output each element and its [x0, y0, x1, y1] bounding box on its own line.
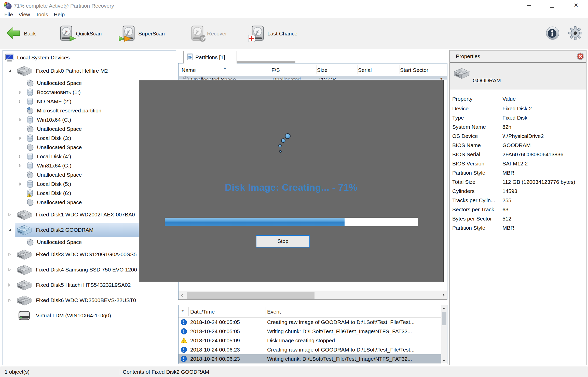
property-row: DeviceFixed Disk 2 [450, 104, 586, 113]
minimize-button[interactable] [520, 0, 538, 11]
scroll-down-arrow-icon[interactable] [441, 357, 447, 363]
property-row: TypeFixed Disk [450, 113, 586, 122]
tree-expanded-icon[interactable] [7, 69, 12, 73]
property-row: Bytes per Sector512 [450, 214, 586, 223]
column-header-property[interactable]: Property [450, 94, 500, 104]
tree-item-label: Microsoft reserved partition [37, 108, 101, 114]
event-log-row[interactable]: 2018-10-24 00:05:05Writing chunk: D:\LSo… [179, 327, 442, 336]
column-header-value[interactable]: Value [500, 94, 516, 104]
recover-button[interactable]: Recover [190, 18, 227, 49]
column-header-size[interactable]: Size [317, 63, 327, 76]
quickscan-button[interactable]: QuickScan [59, 18, 102, 49]
tree-collapsed-icon[interactable] [7, 252, 12, 256]
tree-collapsed-icon[interactable] [7, 298, 12, 302]
cylinder-icon [26, 180, 34, 188]
column-header-event[interactable]: Event [267, 305, 281, 317]
tree-item-label: Local Disk (3:) [37, 135, 71, 141]
quickscan-disk-icon [59, 25, 73, 42]
properties-table: Property Value DeviceFixed Disk 2TypeFix… [450, 90, 586, 232]
last-chance-button[interactable]: Last Chance [251, 18, 297, 49]
vertical-scrollbar[interactable] [441, 305, 447, 363]
scroll-left-arrow-icon[interactable] [179, 291, 186, 300]
stop-button[interactable]: Stop [256, 235, 310, 248]
event-log-row[interactable]: 2018-10-24 00:06:23Creating raw image of… [179, 345, 442, 354]
event-log-row[interactable]: 2018-10-24 00:06:23Writing chunk: D:\LSo… [179, 354, 442, 363]
tree-expanded-icon[interactable] [7, 228, 12, 232]
settings-gear-icon [568, 26, 582, 41]
toolbar-button-label: Back [24, 18, 36, 49]
tree-collapsed-icon[interactable] [18, 164, 23, 168]
tree-item-label: Fixed Disk4 Samsung SSD 750 EVO 1200 [36, 267, 137, 273]
scroll-up-arrow-icon[interactable] [441, 305, 447, 311]
horizontal-scrollbar-thumb[interactable] [187, 292, 314, 299]
settings-button[interactable] [568, 18, 582, 49]
event-log-row[interactable]: 2018-10-24 00:05:09Disk Image creating s… [179, 336, 442, 345]
properties-header: Properties [450, 50, 586, 63]
spinner-dot-icon [279, 150, 282, 153]
status-object-count: 1 object(s) [5, 367, 30, 377]
tree-item[interactable]: Local System Devices [3, 52, 176, 63]
column-header-f-s[interactable]: F/S [271, 63, 280, 76]
back-button[interactable]: Back [6, 18, 36, 49]
property-name: BIOS Version [450, 161, 500, 167]
app-window: 71% complete Active@ Partition Recovery … [0, 0, 588, 377]
cell-size: 112 GB [318, 76, 336, 80]
recover-disk-icon [190, 25, 204, 42]
window-title: 71% complete Active@ Partition Recovery [14, 0, 114, 11]
superscan-button[interactable]: SuperScan [121, 18, 165, 49]
tree-item[interactable]: Fixed Disk6 WDC WD2500BEVS-22UST0 [3, 293, 176, 308]
tree-collapsed-icon[interactable] [18, 154, 23, 159]
property-value: 255 [500, 197, 511, 203]
menu-item-file[interactable]: File [2, 11, 16, 18]
tree-item-label: Unallocated Space [37, 199, 82, 205]
status-contents: Contents of Fixed Disk2 GOODRAM [123, 367, 209, 377]
pie-icon [182, 76, 189, 80]
event-log-row[interactable]: 2018-10-24 00:05:05Creating raw image of… [179, 318, 442, 327]
property-row: BIOS NameGOODRAM [450, 141, 586, 150]
tree-collapsed-icon[interactable] [7, 213, 12, 217]
tree-item-label: Fixed Disk1 WDC WD2002FAEX-007BA0 [36, 212, 135, 218]
tab-strip-shadow [234, 61, 295, 63]
close-button[interactable]: ✕ [567, 0, 585, 11]
properties-close-icon[interactable] [577, 53, 584, 60]
tree-collapsed-icon[interactable] [18, 182, 23, 186]
maximize-button[interactable] [543, 0, 561, 11]
column-header-name[interactable]: Name [182, 63, 196, 76]
hdd-blue-icon [15, 224, 33, 236]
hdd-icon [15, 279, 33, 291]
menu-item-help[interactable]: Help [51, 11, 67, 18]
column-header-start-sector[interactable]: Start Sector [400, 63, 428, 76]
event-datetime: 2018-10-24 00:06:23 [190, 356, 240, 362]
tree-collapsed-icon[interactable] [18, 99, 23, 103]
scroll-right-arrow-icon[interactable] [440, 291, 447, 300]
partitions-table-header: NameF/SSizeSerialStart Sector [179, 63, 447, 76]
info-event-icon [181, 319, 187, 326]
column-header-datetime[interactable]: Date/Time [190, 305, 215, 317]
info-button[interactable] [546, 18, 559, 49]
tree-collapsed-icon[interactable] [7, 268, 12, 272]
property-name: BIOS Name [450, 142, 500, 148]
event-log-header: * Date/Time Event [179, 305, 447, 318]
partition-row[interactable]: Unallocated Space Unallocated 112 GB 1 [179, 76, 447, 80]
tab-partitions[interactable]: Partitions [1] [183, 51, 237, 63]
tree-collapsed-icon[interactable] [18, 118, 23, 122]
tree-collapsed-icon[interactable] [7, 283, 12, 287]
properties-title: Properties [456, 50, 480, 62]
hdd-icon [15, 264, 33, 276]
tree-item-label: Fixed Disk6 WDC WD2500BEVS-22UST0 [36, 297, 136, 303]
column-header-star[interactable]: * [182, 305, 184, 317]
tree-item[interactable]: Fixed Disk0 Patriot Hellfire M2 [3, 63, 176, 79]
horizontal-scrollbar[interactable] [179, 291, 447, 300]
red-cross-overlay-icon [248, 35, 255, 43]
tree-item[interactable]: Virtual LDM (WIN10X64-1-Dg0) [3, 308, 176, 323]
menu-item-tools[interactable]: Tools [33, 11, 51, 18]
tree-collapsed-icon[interactable] [18, 90, 23, 94]
tree-collapsed-icon[interactable] [18, 136, 23, 140]
progress-bar-fill [165, 218, 345, 226]
property-name: Type [450, 115, 500, 121]
column-header-serial[interactable]: Serial [358, 63, 372, 76]
vertical-scrollbar-thumb[interactable] [442, 312, 446, 325]
event-datetime: 2018-10-24 00:06:23 [190, 347, 240, 353]
menu-item-view[interactable]: View [16, 11, 33, 18]
cylinder-icon [26, 98, 34, 105]
